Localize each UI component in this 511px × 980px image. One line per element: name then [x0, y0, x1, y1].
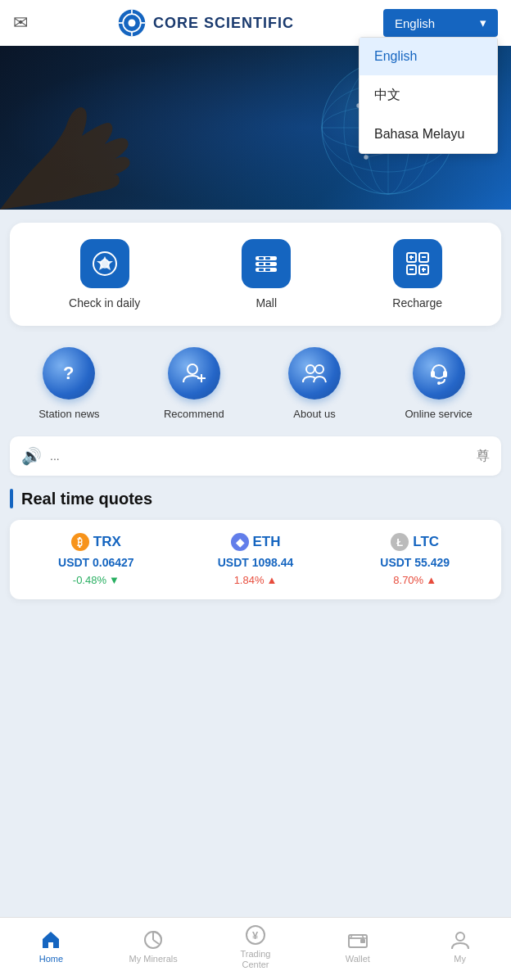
- bottom-spacer: [0, 606, 511, 671]
- feature-row: ? Station news Recommend About us: [0, 339, 511, 436]
- soccer-icon: [91, 250, 119, 278]
- ltc-change: 8.70% ▲: [393, 574, 436, 586]
- svg-rect-35: [265, 269, 270, 271]
- svg-point-61: [456, 933, 464, 941]
- recommend-icon-wrap: [168, 347, 220, 400]
- quick-label-mall: Mall: [256, 296, 277, 309]
- feature-label-online-service: Online service: [405, 408, 472, 420]
- quotes-card: ₿ TRX USDT 0.06427 -0.48% ▼ ◆ ETH USDT 1…: [10, 520, 501, 599]
- trx-coin-name: TRX: [93, 534, 121, 550]
- logo-icon: [117, 8, 147, 38]
- about-us-icon-wrap: [288, 347, 341, 400]
- svg-rect-30: [259, 257, 264, 260]
- minerals-icon: [142, 929, 164, 951]
- trx-price: USDT 0.06427: [58, 556, 134, 569]
- svg-rect-33: [265, 263, 270, 265]
- nav-item-wallet[interactable]: Wallet: [333, 929, 382, 964]
- svg-rect-32: [259, 263, 264, 265]
- announcement-bar: 🔊 ... 尊: [10, 436, 501, 476]
- svg-rect-31: [265, 257, 270, 260]
- nav-label-my-minerals: My Minerals: [129, 954, 178, 964]
- station-news-icon-wrap: ?: [43, 347, 95, 400]
- quick-item-check-in[interactable]: Check in daily: [69, 239, 140, 309]
- nav-label-trading-center: TradingCenter: [241, 949, 271, 970]
- ltc-price: USDT 55.429: [380, 556, 450, 569]
- feature-online-service[interactable]: Online service: [405, 347, 472, 420]
- my-icon: [450, 929, 471, 951]
- eth-change: 1.84% ▲: [234, 574, 278, 586]
- title-bar-accent: [10, 489, 13, 508]
- trading-icon: ¥: [245, 924, 266, 946]
- quick-label-recharge: Recharge: [392, 296, 442, 309]
- nav-item-trading-center[interactable]: ¥ TradingCenter: [231, 924, 280, 970]
- svg-point-2: [128, 20, 135, 27]
- lang-option-chinese[interactable]: 中文: [360, 75, 497, 115]
- announcement-right-char: 尊: [477, 448, 490, 465]
- quote-item-ltc[interactable]: Ł LTC USDT 55.429 8.70% ▲: [338, 533, 491, 586]
- eth-arrow: ▲: [267, 574, 278, 586]
- chevron-down-icon: ▾: [480, 16, 486, 30]
- recharge-icon-wrap: [393, 239, 442, 288]
- eth-price: USDT 1098.44: [218, 556, 294, 569]
- svg-text:?: ?: [63, 363, 74, 383]
- quick-item-recharge[interactable]: Recharge: [392, 239, 442, 309]
- quotes-title-text: Real time quotes: [21, 490, 152, 508]
- lang-option-english[interactable]: English: [360, 38, 497, 75]
- language-current: English: [395, 16, 435, 30]
- ltc-coin-icon: Ł: [391, 533, 409, 551]
- svg-point-50: [306, 365, 314, 373]
- svg-rect-53: [431, 371, 435, 377]
- language-button[interactable]: English ▾: [383, 9, 498, 37]
- feature-station-news[interactable]: ? Station news: [38, 347, 99, 420]
- quotes-section: Real time quotes ₿ TRX USDT 0.06427 -0.4…: [0, 476, 511, 606]
- headset-icon: [427, 361, 451, 386]
- trx-coin-icon: ₿: [71, 533, 89, 551]
- ltc-arrow: ▲: [426, 574, 436, 586]
- feature-about-us[interactable]: About us: [288, 347, 341, 420]
- svg-point-47: [188, 364, 197, 374]
- feature-recommend[interactable]: Recommend: [164, 347, 224, 420]
- quote-item-trx[interactable]: ₿ TRX USDT 0.06427 -0.48% ▼: [20, 533, 173, 586]
- nav-label-home: Home: [39, 954, 63, 964]
- ltc-coin-name: LTC: [413, 534, 439, 550]
- feature-label-about-us: About us: [293, 408, 335, 420]
- logo: CORE SCIENTIFIC: [117, 8, 294, 38]
- hero-hand: [0, 79, 164, 210]
- mail-button[interactable]: ✉: [13, 12, 28, 34]
- logo-text: CORE SCIENTIFIC: [153, 15, 294, 32]
- svg-rect-54: [443, 371, 447, 377]
- language-dropdown[interactable]: English ▾ English 中文 Bahasa Melayu: [383, 9, 498, 37]
- nav-item-my-minerals[interactable]: My Minerals: [129, 929, 178, 964]
- svg-point-55: [437, 382, 441, 385]
- quote-coin-ltc: Ł LTC: [391, 533, 439, 551]
- add-user-icon: [182, 361, 206, 386]
- trx-change: -0.48% ▼: [73, 574, 120, 586]
- eth-coin-icon: ◆: [231, 533, 249, 551]
- quote-item-eth[interactable]: ◆ ETH USDT 1098.44 1.84% ▲: [179, 533, 332, 586]
- language-menu: English 中文 Bahasa Melayu: [359, 37, 498, 154]
- feature-label-station-news: Station news: [38, 408, 99, 420]
- users-icon: [302, 361, 327, 386]
- nav-item-home[interactable]: Home: [26, 929, 75, 964]
- svg-rect-34: [259, 269, 264, 271]
- announcement-text: ...: [50, 449, 468, 463]
- bottom-nav: Home My Minerals ¥ TradingCenter Wallet: [0, 917, 511, 980]
- quick-item-mall[interactable]: Mall: [242, 239, 291, 309]
- home-icon: [40, 929, 61, 951]
- mall-icon: [252, 250, 280, 278]
- nav-item-my[interactable]: My: [436, 929, 485, 964]
- trx-arrow: ▼: [109, 574, 120, 586]
- online-service-icon-wrap: [413, 347, 465, 400]
- quotes-title: Real time quotes: [10, 489, 501, 508]
- svg-text:¥: ¥: [252, 929, 259, 942]
- quote-coin-eth: ◆ ETH: [231, 533, 281, 551]
- quote-coin-trx: ₿ TRX: [71, 533, 121, 551]
- speaker-icon: 🔊: [21, 446, 42, 466]
- mall-icon-wrap: [242, 239, 291, 288]
- wallet-icon: [347, 929, 369, 951]
- eth-coin-name: ETH: [253, 534, 281, 550]
- svg-rect-60: [360, 939, 365, 943]
- quotes-row: ₿ TRX USDT 0.06427 -0.48% ▼ ◆ ETH USDT 1…: [20, 533, 491, 586]
- lang-option-malay[interactable]: Bahasa Melayu: [360, 115, 497, 153]
- quick-label-check-in: Check in daily: [69, 296, 140, 309]
